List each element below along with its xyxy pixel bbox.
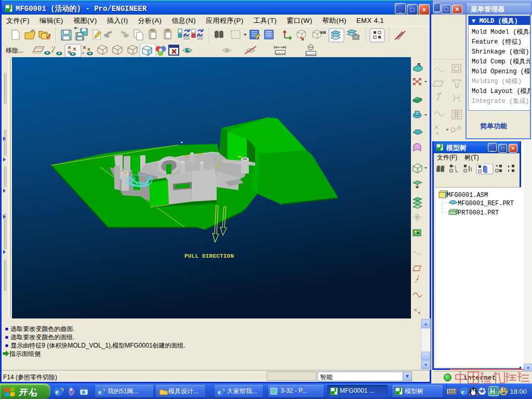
svg-text:z: z <box>82 51 84 55</box>
svg-text:e: e <box>218 389 221 396</box>
svg-text:PULL DIRECTION: PULL DIRECTION <box>184 253 234 259</box>
svg-text:AB: AB <box>320 30 326 35</box>
svg-text:e: e <box>99 389 102 396</box>
svg-text:e: e <box>56 388 59 396</box>
